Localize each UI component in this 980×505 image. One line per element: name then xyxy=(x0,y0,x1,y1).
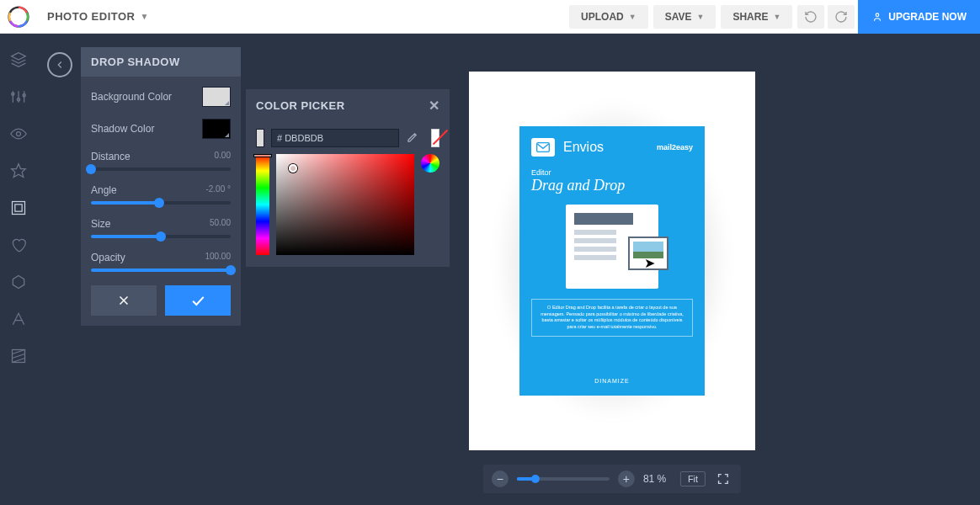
upgrade-button[interactable]: UPGRADE NOW xyxy=(858,0,980,34)
opacity-label: Opacity xyxy=(91,252,125,263)
opacity-slider[interactable] xyxy=(91,268,231,272)
svg-marker-2 xyxy=(12,53,26,60)
back-button[interactable] xyxy=(47,52,72,77)
bg-color-label: Background Color xyxy=(91,91,172,103)
zoom-in-button[interactable]: + xyxy=(618,470,635,487)
save-button[interactable]: SAVE▼ xyxy=(653,5,716,29)
panel-title: DROP SHADOW xyxy=(81,47,241,77)
svg-line-15 xyxy=(13,350,25,354)
zoom-value: 81 % xyxy=(643,473,672,485)
canvas-image[interactable]: Envios mail2easy Editor Drag and Drop ➤ … xyxy=(519,126,705,396)
svg-rect-12 xyxy=(15,205,22,211)
adjust-icon[interactable] xyxy=(9,88,28,106)
shadow-color-label: Shadow Color xyxy=(91,123,154,135)
zoom-controls: − + 81 % Fit xyxy=(483,465,741,493)
upload-button[interactable]: UPLOAD▼ xyxy=(569,5,648,29)
svg-line-16 xyxy=(13,354,25,359)
angle-value: -2.00 ° xyxy=(205,184,231,196)
color-picker-panel: COLOR PICKER ✕ xyxy=(246,89,450,267)
undo-button[interactable] xyxy=(797,5,824,29)
drop-shadow-panel: DROP SHADOW Background Color Shadow Colo… xyxy=(81,47,241,326)
app-title: PHOTO EDITOR xyxy=(47,10,135,23)
svg-point-1 xyxy=(876,13,880,15)
current-color-swatch xyxy=(256,129,264,147)
flyer-illustration: ➤ xyxy=(566,205,658,289)
text-icon[interactable] xyxy=(9,310,28,328)
chevron-down-icon: ▼ xyxy=(773,13,780,21)
tool-rail xyxy=(0,34,37,505)
layers-icon[interactable] xyxy=(9,50,28,69)
hue-slider[interactable] xyxy=(256,154,269,255)
artboard: Envios mail2easy Editor Drag and Drop ➤ … xyxy=(469,72,755,450)
eye-icon[interactable] xyxy=(9,125,28,143)
texture-icon[interactable] xyxy=(9,347,28,365)
flyer-heading: Drag and Drop xyxy=(531,177,693,194)
flyer-footer: DINAMIZE xyxy=(531,378,693,384)
fullscreen-button[interactable] xyxy=(714,470,732,488)
arrow-left-icon xyxy=(54,59,66,71)
redo-button[interactable] xyxy=(828,5,855,29)
bg-color-swatch[interactable] xyxy=(202,87,231,107)
color-picker-title: COLOR PICKER xyxy=(256,99,345,112)
zoom-fit-button[interactable]: Fit xyxy=(680,471,706,486)
no-color-button[interactable] xyxy=(431,129,439,147)
flyer-title: Envios xyxy=(563,140,648,155)
svg-line-17 xyxy=(13,359,25,363)
hex-input[interactable] xyxy=(271,129,399,147)
svg-marker-10 xyxy=(12,164,26,178)
zoom-slider[interactable] xyxy=(517,477,610,481)
close-icon xyxy=(116,293,131,308)
upgrade-icon xyxy=(871,11,883,23)
svg-rect-20 xyxy=(537,143,550,152)
chevron-down-icon: ▼ xyxy=(629,13,636,21)
opacity-value: 100.00 xyxy=(205,252,231,263)
saturation-value-field[interactable] xyxy=(276,154,414,255)
distance-slider[interactable] xyxy=(91,167,231,171)
app-title-dropdown[interactable]: PHOTO EDITOR ▼ xyxy=(37,0,158,34)
flyer-description: O Editor Drag and Drop facilita a tarefa… xyxy=(531,299,693,337)
chevron-down-icon: ▼ xyxy=(140,12,148,21)
shape-icon[interactable] xyxy=(9,273,28,291)
flyer-subtitle: Editor xyxy=(531,168,693,177)
close-button[interactable]: ✕ xyxy=(429,98,440,114)
svg-point-9 xyxy=(17,132,21,136)
cancel-button[interactable] xyxy=(91,285,157,316)
frame-icon[interactable] xyxy=(9,199,28,217)
size-slider[interactable] xyxy=(91,235,231,238)
angle-label: Angle xyxy=(91,184,117,196)
apply-button[interactable] xyxy=(165,285,231,316)
svg-rect-11 xyxy=(13,202,25,215)
svg-marker-13 xyxy=(13,276,24,289)
eyedropper-button[interactable] xyxy=(406,129,418,147)
shadow-color-swatch[interactable] xyxy=(202,119,231,139)
color-wheel-button[interactable] xyxy=(421,154,439,173)
heart-icon[interactable] xyxy=(9,236,28,254)
angle-slider[interactable] xyxy=(91,201,231,205)
distance-label: Distance xyxy=(91,151,130,162)
check-icon xyxy=(189,292,206,309)
flyer-brand: mail2easy xyxy=(657,143,693,152)
envelope-icon xyxy=(531,138,555,157)
cursor-icon: ➤ xyxy=(644,255,655,271)
share-button[interactable]: SHARE▼ xyxy=(721,5,792,29)
chevron-down-icon: ▼ xyxy=(696,13,704,21)
topbar: PHOTO EDITOR ▼ UPLOAD▼ SAVE▼ SHARE▼ UPGR… xyxy=(0,0,980,34)
star-icon[interactable] xyxy=(9,162,28,180)
zoom-out-button[interactable]: − xyxy=(492,470,509,487)
distance-value: 0.00 xyxy=(215,151,231,162)
size-label: Size xyxy=(91,218,110,230)
app-logo xyxy=(0,0,37,34)
size-value: 50.00 xyxy=(210,218,231,230)
